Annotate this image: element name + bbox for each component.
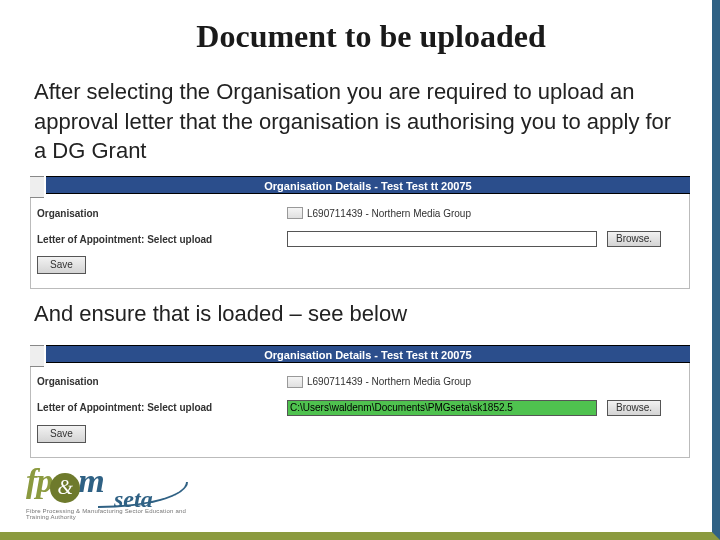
- intro-paragraph-1: After selecting the Organisation you are…: [34, 77, 678, 166]
- organisation-text: L690711439 - Northern Media Group: [307, 208, 471, 219]
- panel-header-2: Organisation Details - Test Test tt 2007…: [46, 345, 690, 363]
- slide: Document to be uploaded After selecting …: [0, 0, 720, 540]
- organisation-text-2: L690711439 - Northern Media Group: [307, 376, 471, 387]
- browse-button[interactable]: Browse.: [607, 231, 661, 247]
- panel-header-text-2: Organisation Details - Test Test tt 2007…: [264, 349, 471, 361]
- label-letter: Letter of Appointment: Select upload: [37, 234, 287, 245]
- logo-ampersand-icon: &: [50, 473, 80, 503]
- file-control: Browse.: [287, 231, 661, 247]
- row-letter: Letter of Appointment: Select upload Bro…: [37, 230, 683, 248]
- row-save: Save: [37, 256, 683, 274]
- logo-fp: fp: [26, 462, 52, 499]
- flag-icon-2: [287, 376, 303, 388]
- panel-body-2: Organisation L690711439 - Northern Media…: [30, 363, 690, 458]
- row-organisation-2: Organisation L690711439 - Northern Media…: [37, 373, 683, 391]
- file-control-2: C:\Users\waldenm\Documents\PMGseta\sk185…: [287, 400, 661, 416]
- screenshot-filled: Organisation Details - Test Test tt 2007…: [30, 345, 690, 458]
- label-organisation-2: Organisation: [37, 376, 287, 387]
- panel-header-text: Organisation Details - Test Test tt 2007…: [264, 180, 471, 192]
- screenshot-empty: Organisation Details - Test Test tt 2007…: [30, 176, 690, 289]
- flag-icon: [287, 207, 303, 219]
- organisation-value-2: L690711439 - Northern Media Group: [287, 376, 471, 388]
- row-letter-2: Letter of Appointment: Select upload C:\…: [37, 399, 683, 417]
- row-save-2: Save: [37, 425, 683, 443]
- save-button[interactable]: Save: [37, 256, 86, 274]
- fpm-seta-logo: fp&m seta Fibre Processing & Manufacturi…: [26, 462, 196, 518]
- file-input-filled[interactable]: C:\Users\waldenm\Documents\PMGseta\sk185…: [287, 400, 597, 416]
- panel-body: Organisation L690711439 - Northern Media…: [30, 194, 690, 289]
- label-letter-2: Letter of Appointment: Select upload: [37, 402, 287, 413]
- row-organisation: Organisation L690711439 - Northern Media…: [37, 204, 683, 222]
- file-input-empty[interactable]: [287, 231, 597, 247]
- logo-tagline: Fibre Processing & Manufacturing Sector …: [26, 508, 196, 520]
- organisation-value: L690711439 - Northern Media Group: [287, 207, 471, 219]
- label-organisation: Organisation: [37, 208, 287, 219]
- intro-paragraph-2: And ensure that is loaded – see below: [34, 299, 678, 329]
- browse-button-2[interactable]: Browse.: [607, 400, 661, 416]
- page-title: Document to be uploaded: [70, 18, 672, 55]
- save-button-2[interactable]: Save: [37, 425, 86, 443]
- panel-header: Organisation Details - Test Test tt 2007…: [46, 176, 690, 194]
